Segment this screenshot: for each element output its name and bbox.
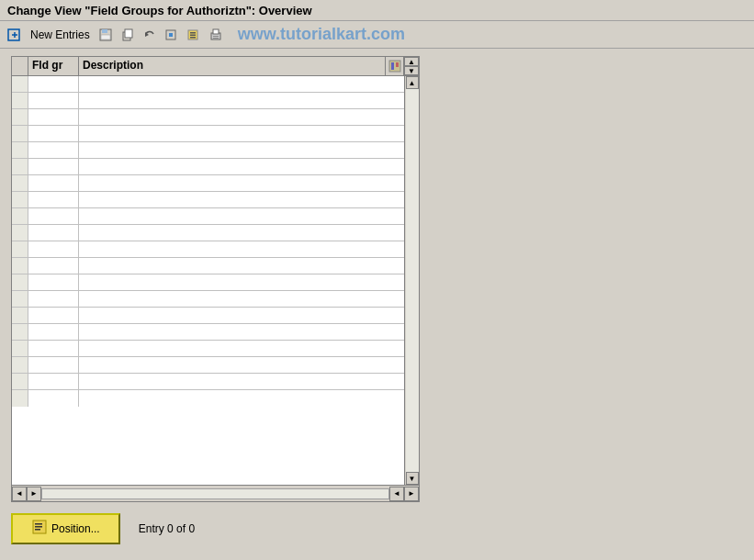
- cell-fldgr[interactable]: [28, 175, 79, 191]
- cell-desc[interactable]: [79, 390, 404, 407]
- cell-fldgr[interactable]: [28, 93, 79, 108]
- cell-fldgr[interactable]: [28, 274, 79, 290]
- scroll-right-arrow-3[interactable]: ►: [404, 487, 419, 501]
- table-row[interactable]: [12, 357, 404, 374]
- cell-desc[interactable]: [79, 258, 404, 274]
- cell-fldgr[interactable]: [28, 109, 79, 125]
- cell-fldgr[interactable]: [28, 241, 79, 257]
- cell-checkbox[interactable]: [12, 93, 28, 108]
- cell-checkbox[interactable]: [12, 225, 28, 241]
- cell-checkbox[interactable]: [12, 175, 28, 191]
- col-settings-icon[interactable]: [385, 57, 403, 75]
- scroll-left-arrow[interactable]: ◄: [12, 487, 27, 501]
- table-row[interactable]: [12, 225, 404, 241]
- undo-icon[interactable]: [141, 26, 159, 44]
- cell-fldgr[interactable]: [28, 159, 79, 174]
- cell-checkbox[interactable]: [12, 274, 28, 290]
- scroll-down-button[interactable]: ▼: [404, 66, 419, 75]
- cell-desc[interactable]: [79, 308, 404, 323]
- cell-checkbox[interactable]: [12, 142, 28, 158]
- cell-desc[interactable]: [79, 93, 404, 108]
- cell-checkbox[interactable]: [12, 341, 28, 356]
- cell-checkbox[interactable]: [12, 208, 28, 224]
- cell-fldgr[interactable]: [28, 390, 79, 407]
- table-row[interactable]: [12, 258, 404, 274]
- cell-checkbox[interactable]: [12, 241, 28, 257]
- table-row[interactable]: [12, 175, 404, 192]
- cell-fldgr[interactable]: [28, 258, 79, 274]
- table-row[interactable]: [12, 142, 404, 159]
- cell-desc[interactable]: [79, 324, 404, 340]
- cell-fldgr[interactable]: [28, 324, 79, 340]
- cell-fldgr[interactable]: [28, 192, 79, 207]
- cell-fldgr[interactable]: [28, 374, 79, 389]
- cell-desc[interactable]: [79, 291, 404, 307]
- cell-fldgr[interactable]: [28, 76, 79, 92]
- table-row[interactable]: [12, 308, 404, 324]
- cell-checkbox[interactable]: [12, 324, 28, 340]
- table-row[interactable]: [12, 390, 404, 407]
- cell-fldgr[interactable]: [28, 341, 79, 356]
- cell-checkbox[interactable]: [12, 76, 28, 92]
- cell-checkbox[interactable]: [12, 357, 28, 373]
- table-row[interactable]: [12, 241, 404, 258]
- svg-rect-25: [35, 529, 40, 531]
- table-row[interactable]: [12, 109, 404, 126]
- table-row[interactable]: [12, 374, 404, 390]
- scroll-right-arrow[interactable]: ►: [27, 487, 41, 501]
- cell-desc[interactable]: [79, 341, 404, 356]
- table-row[interactable]: [12, 274, 404, 291]
- cell-fldgr[interactable]: [28, 357, 79, 373]
- cell-checkbox[interactable]: [12, 109, 28, 125]
- cell-desc[interactable]: [79, 76, 404, 92]
- cell-checkbox[interactable]: [12, 291, 28, 307]
- cell-checkbox[interactable]: [12, 308, 28, 323]
- table-row[interactable]: [12, 208, 404, 225]
- cell-desc[interactable]: [79, 374, 404, 389]
- cell-desc[interactable]: [79, 274, 404, 290]
- new-entries-button[interactable]: New Entries: [28, 28, 93, 42]
- print-icon[interactable]: [207, 26, 225, 44]
- cell-checkbox[interactable]: [12, 258, 28, 274]
- cell-desc[interactable]: [79, 175, 404, 191]
- cell-fldgr[interactable]: [28, 126, 79, 141]
- table-row[interactable]: [12, 291, 404, 308]
- cell-checkbox[interactable]: [12, 390, 28, 407]
- cell-fldgr[interactable]: [28, 142, 79, 158]
- table-row[interactable]: [12, 93, 404, 109]
- export-icon[interactable]: [185, 26, 203, 44]
- cell-desc[interactable]: [79, 142, 404, 158]
- cell-fldgr[interactable]: [28, 308, 79, 323]
- cell-fldgr[interactable]: [28, 208, 79, 224]
- cell-fldgr[interactable]: [28, 291, 79, 307]
- cell-desc[interactable]: [79, 241, 404, 257]
- cell-desc[interactable]: [79, 159, 404, 174]
- copy-icon[interactable]: [118, 26, 137, 44]
- scroll-up-button[interactable]: ▲: [404, 57, 419, 66]
- cell-desc[interactable]: [79, 225, 404, 241]
- cell-checkbox[interactable]: [12, 374, 28, 389]
- scroll-down-arrow[interactable]: ▼: [406, 472, 419, 485]
- table-row[interactable]: [12, 126, 404, 142]
- cell-desc[interactable]: [79, 109, 404, 125]
- refresh-icon[interactable]: [163, 26, 181, 44]
- svg-rect-18: [213, 38, 219, 39]
- table-row[interactable]: [12, 159, 404, 175]
- save-icon[interactable]: [96, 26, 115, 44]
- cell-desc[interactable]: [79, 126, 404, 141]
- scroll-right-arrow-2[interactable]: ◄: [389, 487, 404, 501]
- cell-checkbox[interactable]: [12, 126, 28, 141]
- table-row[interactable]: [12, 341, 404, 357]
- position-button[interactable]: Position...: [11, 513, 120, 544]
- cell-desc[interactable]: [79, 192, 404, 207]
- cell-checkbox[interactable]: [12, 159, 28, 174]
- table-row[interactable]: [12, 76, 404, 93]
- cell-desc[interactable]: [79, 357, 404, 373]
- position-label: Position...: [51, 522, 100, 535]
- scroll-up-arrow[interactable]: ▲: [406, 76, 419, 89]
- cell-checkbox[interactable]: [12, 192, 28, 207]
- table-row[interactable]: [12, 192, 404, 208]
- cell-fldgr[interactable]: [28, 225, 79, 241]
- table-row[interactable]: [12, 324, 404, 341]
- cell-desc[interactable]: [79, 208, 404, 224]
